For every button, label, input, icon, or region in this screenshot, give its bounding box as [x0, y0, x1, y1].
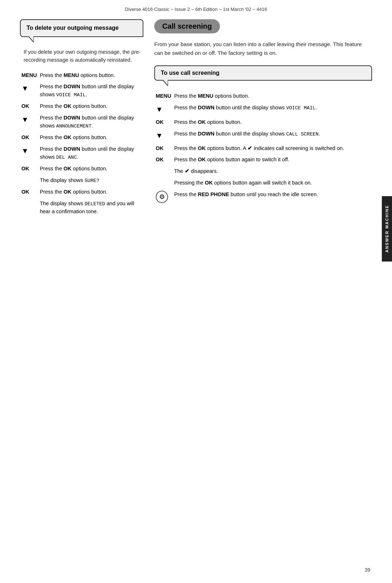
step-desc: The display shows DELETED and you will h… [38, 198, 143, 218]
table-row: The display shows DELETED and you will h… [20, 198, 143, 218]
step-key: OK [20, 187, 38, 198]
table-row: ▼ Press the DOWN button until the displa… [20, 144, 143, 163]
step-key: MENU [154, 91, 173, 102]
table-row: The ✔ disappears. [154, 166, 372, 178]
step-key: OK [20, 101, 38, 113]
table-row: ⊙ Press the RED PHONE button until you r… [154, 189, 372, 205]
step-key: ▼ [154, 102, 173, 117]
step-desc: Press the DOWN button until the display … [173, 102, 372, 117]
right-column: Call screening From your base station, y… [154, 19, 372, 218]
side-tab-label: ANSWER MACHINE [385, 205, 389, 252]
down-arrow-icon: ▼ [21, 145, 29, 156]
step-key: ⊙ [154, 189, 173, 205]
step-key: OK [154, 154, 173, 166]
step-desc: Press the DOWN button until the display … [38, 113, 143, 132]
down-arrow-icon: ▼ [21, 114, 29, 125]
step-key [154, 166, 173, 178]
step-desc: Pressing the OK options button again wil… [173, 178, 372, 189]
step-desc: Press the OK options button. [173, 117, 372, 129]
step-desc: Press the DOWN button until the display … [38, 81, 143, 101]
step-desc: Press the OK options button. A ✔ indicat… [173, 143, 372, 155]
down-arrow-icon: ▼ [156, 130, 163, 141]
table-row: OK Press the OK options button again to … [154, 154, 372, 166]
step-key: OK [154, 117, 173, 129]
left-intro: If you delete your own outgoing message,… [20, 48, 143, 64]
table-row: ▼ Press the DOWN button until the displa… [20, 113, 143, 132]
red-phone-icon: ⊙ [156, 191, 168, 203]
step-desc: Press the DOWN button until the display … [173, 129, 372, 143]
table-row: Pressing the OK options button again wil… [154, 178, 372, 189]
table-row: The display shows SURE? [20, 175, 143, 187]
table-row: MENU Press the MENU options button. [154, 91, 372, 102]
right-steps-table: MENU Press the MENU options button. ▼ Pr… [154, 91, 372, 205]
right-box-title-arrow-inner [163, 80, 168, 85]
side-tab: ANSWER MACHINE [382, 196, 392, 262]
content-area: To delete your outgoing message If you d… [0, 16, 392, 218]
table-row: OK Press the OK options button. [154, 117, 372, 129]
step-key [154, 178, 173, 189]
box-title-arrow-inner [29, 36, 33, 41]
table-row: ▼ Press the DOWN button until the displa… [154, 129, 372, 143]
step-desc: Press the DOWN button until the display … [38, 144, 143, 163]
section-heading: Call screening [154, 19, 220, 33]
down-arrow-icon: ▼ [21, 83, 29, 94]
step-desc: Press the MENU options button. [38, 70, 143, 82]
step-key: ▼ [154, 129, 173, 143]
table-row: OK Press the OK options button. [20, 101, 143, 113]
step-key: OK [154, 143, 173, 155]
right-box-title: To use call screening [154, 65, 372, 81]
step-desc: The display shows SURE? [38, 175, 143, 187]
step-desc: The ✔ disappears. [173, 166, 372, 178]
step-desc: Press the RED PHONE button until you rea… [173, 189, 372, 205]
left-box-title-text: To delete your outgoing message [26, 25, 119, 31]
step-desc: Press the OK options button. [38, 187, 143, 198]
table-row: OK Press the OK options button. [20, 187, 143, 198]
table-row: MENU Press the MENU options button. [20, 70, 143, 82]
header-text: Diverse 4016 Classic ~ Issue 2 ~ 6th Edi… [125, 7, 267, 12]
page-number: 39 [364, 567, 370, 573]
left-steps-table: MENU Press the MENU options button. ▼ Pr… [20, 70, 143, 218]
step-key [20, 175, 38, 187]
step-key: MENU [20, 70, 38, 82]
step-key [20, 198, 38, 218]
right-box-title-text: To use call screening [161, 70, 220, 76]
step-desc: Press the OK options button. [38, 163, 143, 175]
step-desc: Press the OK options button again to swi… [173, 154, 372, 166]
step-desc: Press the MENU options button. [173, 91, 372, 102]
right-intro: From your base station, you can listen i… [154, 40, 372, 57]
step-key: ▼ [20, 113, 38, 132]
table-row: ▼ Press the DOWN button until the displa… [20, 81, 143, 101]
right-steps-container: MENU Press the MENU options button. ▼ Pr… [154, 91, 372, 205]
step-desc: Press the OK options button. [38, 132, 143, 144]
step-key: OK [20, 132, 38, 144]
down-arrow-icon: ▼ [156, 104, 163, 115]
table-row: OK Press the OK options button. [20, 132, 143, 144]
step-key: ▼ [20, 144, 38, 163]
step-key: OK [20, 163, 38, 175]
left-column: To delete your outgoing message If you d… [20, 19, 143, 218]
step-desc: Press the OK options button. [38, 101, 143, 113]
page-header: Diverse 4016 Classic ~ Issue 2 ~ 6th Edi… [0, 0, 392, 16]
table-row: ▼ Press the DOWN button until the displa… [154, 102, 372, 117]
step-key: ▼ [20, 81, 38, 101]
left-box-title: To delete your outgoing message [20, 19, 143, 37]
table-row: OK Press the OK options button. A ✔ indi… [154, 143, 372, 155]
table-row: OK Press the OK options button. [20, 163, 143, 175]
